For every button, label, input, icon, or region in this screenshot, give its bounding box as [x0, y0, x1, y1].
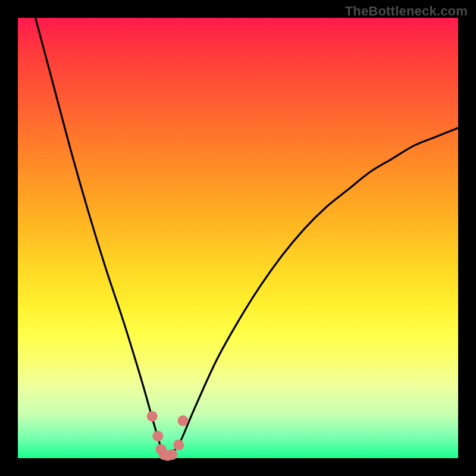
bottleneck-marker [178, 415, 189, 426]
bottleneck-marker [147, 411, 158, 422]
bottleneck-curve [36, 18, 458, 458]
chart-svg [18, 18, 458, 458]
bottleneck-marker [173, 440, 184, 450]
watermark-text: TheBottleneck.com [345, 4, 468, 19]
bottleneck-marker [152, 431, 163, 441]
chart-frame: TheBottleneck.com [0, 0, 476, 476]
bottleneck-marker [167, 449, 177, 460]
plot-area [18, 18, 458, 458]
